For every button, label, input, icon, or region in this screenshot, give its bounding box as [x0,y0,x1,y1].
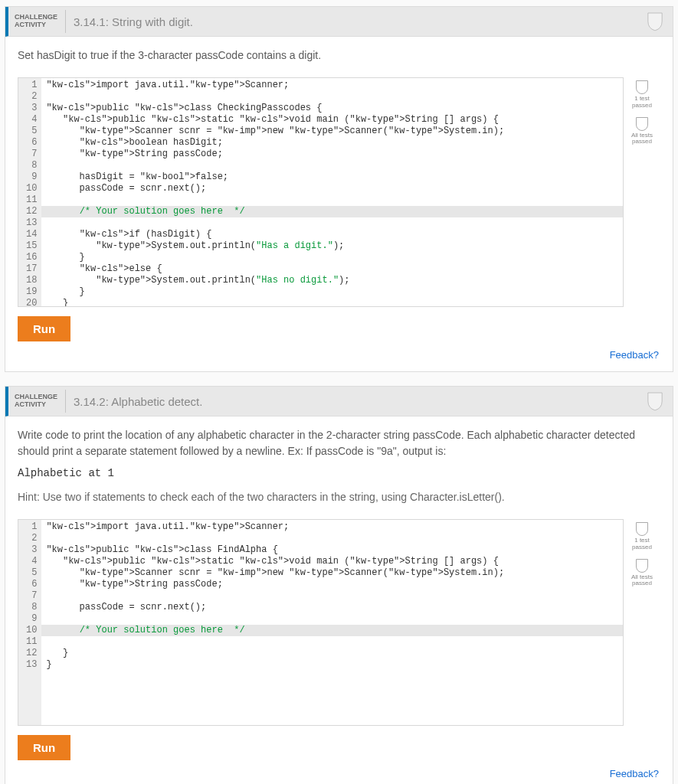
challenge-header: CHALLENGE ACTIVITY 3.14.2: Alphabetic de… [5,387,673,416]
challenge-title: 3.14.2: Alphabetic detect. [74,395,202,408]
code-editor[interactable]: 12345678910111213 "kw-cls">import java.u… [18,519,624,726]
test-status-sidebar: 1 testpassed All testspassed [624,519,660,726]
badge-label: All testspassed [631,132,653,146]
editor-area: 12345678910111213 "kw-cls">import java.u… [18,519,660,726]
line-gutter: 123456789101112131415161718192021 [18,78,41,306]
badge-label: All testspassed [631,574,653,588]
challenge-label: CHALLENGE ACTIVITY [15,14,57,29]
challenge-header: CHALLENGE ACTIVITY 3.14.1: String with d… [5,7,673,37]
challenge-label-line2: ACTIVITY [15,400,46,408]
test-status-sidebar: 1 testpassed All testspassed [624,77,660,307]
badge-one-test: 1 testpassed [632,80,652,109]
run-button[interactable]: Run [18,735,70,760]
challenge-label-line1: CHALLENGE [15,393,57,400]
code-editor[interactable]: 123456789101112131415161718192021 "kw-cl… [18,77,624,307]
challenge-title: 3.14.1: String with digit. [74,15,193,28]
badge-label: 1 testpassed [632,537,652,551]
badge-all-tests: All testspassed [631,559,653,588]
feedback-link[interactable]: Feedback? [610,349,659,361]
shield-icon [636,117,648,131]
shield-icon [636,522,648,536]
challenge-label: CHALLENGE ACTIVITY [15,394,57,409]
code-pane[interactable]: "kw-cls">import java.util."kw-type">Scan… [41,78,623,306]
badge-all-tests: All testspassed [631,117,653,146]
challenge-card-1: CHALLENGE ACTIVITY 3.14.1: String with d… [5,6,673,372]
challenge-description-block: Write code to print the location of any … [5,416,673,513]
challenge-card-2: CHALLENGE ACTIVITY 3.14.2: Alphabetic de… [5,386,673,784]
run-button[interactable]: Run [18,316,70,341]
challenge-description: Write code to print the location of any … [18,427,660,459]
code-pane[interactable]: "kw-cls">import java.util."kw-type">Scan… [41,520,623,725]
editor-area: 123456789101112131415161718192021 "kw-cl… [18,77,660,307]
divider [65,390,66,413]
badge-one-test: 1 testpassed [632,522,652,551]
divider [65,10,66,33]
feedback-link[interactable]: Feedback? [610,768,659,779]
sample-output: Alphabetic at 1 [18,466,660,482]
feedback-row: Feedback? [5,768,673,784]
shield-icon [636,559,648,573]
shield-icon [636,80,648,94]
shield-icon [647,391,663,413]
challenge-label-line2: ACTIVITY [15,21,46,28]
shield-icon [647,11,663,34]
feedback-row: Feedback? [5,349,673,371]
challenge-label-line1: CHALLENGE [15,13,57,21]
challenge-hint: Hint: Use two if statements to check eac… [18,489,660,505]
line-gutter: 12345678910111213 [18,520,41,725]
challenge-description: Set hasDigit to true if the 3-character … [5,37,673,71]
badge-label: 1 testpassed [632,96,652,109]
